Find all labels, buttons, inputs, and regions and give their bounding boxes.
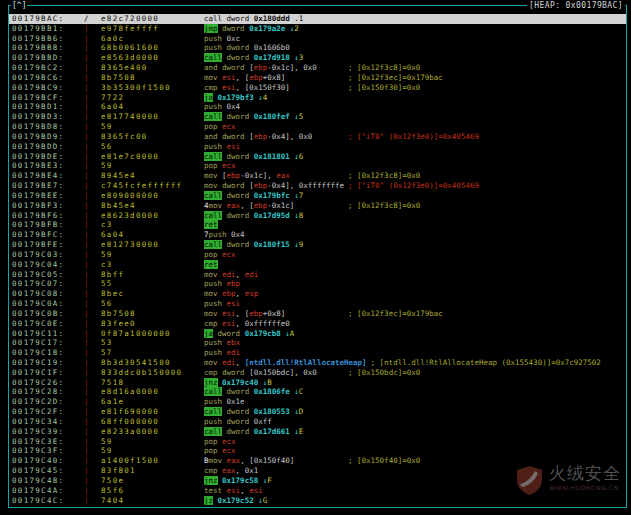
disasm-row[interactable]: 00179BD9:|8365fc00and dword [ebp-0x4], 0… <box>9 132 626 142</box>
jump-line-column: | <box>84 348 101 358</box>
instruction: push edi <box>204 348 344 358</box>
instruction: push 0xc <box>204 34 344 44</box>
disasm-row[interactable]: 00179C34:|68ff000000push dword 0xff <box>9 417 626 427</box>
disasm-row[interactable]: 00179C2F:|e81f690000call dword 0x180553 … <box>9 407 626 417</box>
disasm-row[interactable]: 00179BD3:|e817740000call dword 0x180fef … <box>9 112 626 122</box>
disasm-row[interactable]: 00179BD8:|59pop ecx <box>9 122 626 132</box>
comment: ; [0x150f40]=0x0 <box>344 456 420 465</box>
disasm-row[interactable]: 00179BC9:|3b35300f1500cmp esi, [0x150f30… <box>9 83 626 93</box>
disasm-row[interactable]: 00179C11:|0f87a1000000ja dword 0x179cb8 … <box>9 329 626 339</box>
disasm-row[interactable]: 00179C17:|53push ebx <box>9 338 626 348</box>
token-pl: -0x4], 0xfffffffe <box>267 181 344 190</box>
opcode-bytes: 56 <box>101 142 204 152</box>
token-mn: push <box>204 338 227 347</box>
disasm-row[interactable]: 00179C19:|8b3d30541500mov edi, [ntdll.dl… <box>9 358 626 368</box>
address-label: 00179BE4: <box>9 171 84 181</box>
disasm-row[interactable]: 00179C0E:|83fee0cmp esi, 0xffffffe0 <box>9 319 626 329</box>
disasm-row[interactable]: 00179C05:|8bffmov edi, edi <box>9 270 626 280</box>
token-reg: esp <box>245 289 259 298</box>
token-pl: . <box>290 14 299 23</box>
disasm-row[interactable]: 00179BF3:|8b45e44mov eax, [ebp-0x1c]; [0… <box>9 201 626 211</box>
disasm-row[interactable]: 00179BAC:/e82c720000call dword 0x180ddd … <box>9 14 626 24</box>
disasm-row[interactable]: 00179BCF:|7722ja 0x179bf3 ↓4 <box>9 93 626 103</box>
opcode-bytes: 68ff000000 <box>101 417 204 427</box>
opcode-bytes: 68b0061600 <box>101 43 204 53</box>
token-reg: edi <box>227 348 241 357</box>
opcode-bytes: 8945e4 <box>101 171 204 181</box>
disasm-row[interactable]: 00179C07:|55push ebp <box>9 279 626 289</box>
disasm-row[interactable]: 00179BDD:|56push esi <box>9 142 626 152</box>
opcode-bytes: 59 <box>101 446 204 456</box>
instruction: push dword 0xff <box>204 417 344 427</box>
instruction-cell: push 0xc <box>204 34 626 44</box>
disasm-row[interactable]: 00179C2D:|6a1epush 0x1e <box>9 397 626 407</box>
disasm-row[interactable]: 00179C08:|8becmov ebp, esp <box>9 289 626 299</box>
disasm-row[interactable]: 00179BBD:|e8563d0000call dword 0x17d918 … <box>9 53 626 63</box>
disasm-row[interactable]: 00179C04:|c3ret <box>9 260 626 270</box>
comment: ; [0x12f3c8]=0x0 <box>344 63 420 72</box>
address-label: 00179BC2: <box>9 63 84 73</box>
disasm-row[interactable]: 00179BFC:|6a047push 0x4 <box>9 230 626 240</box>
jump-line-column: | <box>84 407 101 417</box>
instruction-cell: jz 0x179c52 ↓G <box>204 496 626 506</box>
disasm-row[interactable]: 00179BC2:|8365e400and dword [ebp-0x1c], … <box>9 63 626 73</box>
instruction-cell: mov dword [ebp-0x4], 0xfffffffe; ["iT0" … <box>204 181 626 191</box>
disasm-row[interactable]: 00179BFB:|c3ret <box>9 220 626 230</box>
disasm-row[interactable]: 00179C39:|e8233a0000call dword 0x17d661 … <box>9 427 626 437</box>
address-label: 00179C45: <box>9 466 84 476</box>
disasm-row[interactable]: 00179BB8:|68b0061600push dword 0x1606b0 <box>9 43 626 53</box>
instruction-cell: cmp esi, [0x150f30]; [0x150f30]=0x0 <box>204 83 626 93</box>
token-pl: 0xc <box>227 34 241 43</box>
token-mn: test <box>204 486 227 495</box>
token-reg: ecx <box>222 250 236 259</box>
jump-line-column: | <box>84 201 101 211</box>
token-mn: pop <box>204 446 222 455</box>
opcode-bytes: e81f690000 <box>101 407 204 417</box>
disasm-row[interactable]: 00179BFE:|e812730000call dword 0x180f15 … <box>9 240 626 250</box>
disasm-row[interactable]: 00179C03:|59pop ecx <box>9 250 626 260</box>
instruction-cell: mov [ebp-0x1c], eax; [0x12f3c8]=0x0 <box>204 171 626 181</box>
disasm-row[interactable]: 00179BE4:|8945e4mov [ebp-0x1c], eax; [0x… <box>9 171 626 181</box>
disasm-row[interactable]: 00179C1F:|833ddc0b150000cmp dword [0x150… <box>9 368 626 378</box>
jump-line-column: | <box>84 122 101 132</box>
address-label: 00179C26: <box>9 378 84 388</box>
disasm-row[interactable]: 00179C0B:|8b7508mov esi, [ebp+0x8]; [0x1… <box>9 309 626 319</box>
token-mn: cmp <box>204 319 222 328</box>
jump-line-column: | <box>84 319 101 329</box>
token-reg: ebp <box>227 279 241 288</box>
disasm-row[interactable]: 00179BD1:|6a04push 0x4 <box>9 102 626 112</box>
disasm-row[interactable]: 00179BEE:|e809000000call dword 0x179bfc … <box>9 191 626 201</box>
instruction: call dword 0x180ddd .1 <box>204 14 344 24</box>
disasm-row[interactable]: 00179BDE:|e81e7c0000call dword 0x181801 … <box>9 152 626 162</box>
token-mn: push <box>209 230 232 239</box>
token-flow: call <box>204 427 222 436</box>
disasm-row[interactable]: 00179BC6:|8b7508mov esi, [ebp+0x8]; [0x1… <box>9 73 626 83</box>
instruction-cell: mov esi, [ebp+0x8]; [0x12f3ec]=0x179bac <box>204 309 626 319</box>
disasm-row[interactable]: 00179C3E:|59pop ecx <box>9 437 626 447</box>
token-mn: push <box>204 142 227 151</box>
disasm-row[interactable]: 00179C0A:|56push esi <box>9 299 626 309</box>
token-mn: mov <box>204 73 222 82</box>
token-reg: ebx <box>227 338 241 347</box>
disasm-row[interactable]: 00179C3F:|59pop ecx <box>9 446 626 456</box>
instruction-cell: pop ecx <box>204 446 626 456</box>
instruction: mov edi, [ntdll.dll!RtlAllocateHeap] <box>204 358 367 368</box>
disasm-row[interactable]: 00179BB1:|e978feffffjmp dword 0x179a2e ↓… <box>9 24 626 34</box>
opcode-bytes: e809000000 <box>101 191 204 201</box>
instruction-cell: call dword 0x180f15 ↓9 <box>204 240 626 250</box>
disasm-row[interactable]: 00179C18:|57push edi <box>9 348 626 358</box>
disasm-row[interactable]: 00179BF6:|e8623d0000call dword 0x17d95d … <box>9 211 626 221</box>
disasm-row[interactable]: 00179C26:|7518jnz 0x179c40 ↓B <box>9 378 626 388</box>
scroll-up-indicator[interactable]: [^] <box>11 1 27 11</box>
disasm-row[interactable]: 00179BB6:|6a0cpush 0xc <box>9 34 626 44</box>
token-tgt: 0x180ddd <box>254 14 290 23</box>
disasm-row[interactable]: 00179BE3:|59pop ecx <box>9 161 626 171</box>
token-mn: push <box>204 34 227 43</box>
token-pl: -0x1c] <box>267 201 294 210</box>
token-flow: ret <box>204 260 218 269</box>
comment: ; [0x12f3ec]=0x179bac <box>344 73 443 82</box>
disasm-row[interactable]: 00179C28:|e8d16a0000call dword 0x1806fe … <box>9 387 626 397</box>
instruction-cell: 7push 0x4 <box>204 230 626 240</box>
disasm-row[interactable]: 00179BE7:|c745fcfeffffffmov dword [ebp-0… <box>9 181 626 191</box>
disasm-row[interactable]: 00179C4C:|7404jz 0x179c52 ↓G <box>9 496 626 506</box>
